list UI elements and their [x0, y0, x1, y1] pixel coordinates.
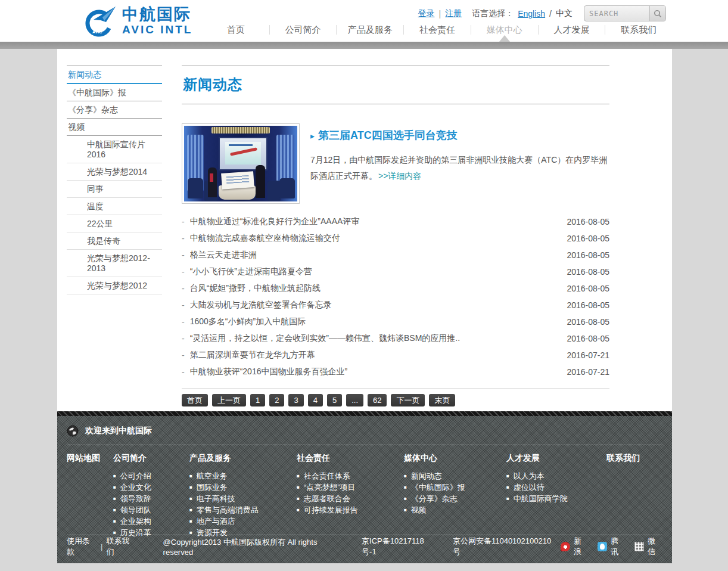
language-english-link[interactable]: English	[518, 9, 545, 18]
sidebar-item-link[interactable]: 新闻动态	[67, 66, 162, 83]
news-title-link[interactable]: “灵活运用，持之以恒，定会收到实效”——赖伟宣、魏炜谈BSM的应用推..	[190, 333, 564, 344]
sidebar-item-link[interactable]: 《中航国际》报	[67, 84, 162, 101]
nav-item[interactable]: 公司简介	[269, 25, 337, 35]
nav-item[interactable]: 首页	[203, 25, 269, 35]
nav-item[interactable]: 人才发展	[538, 25, 605, 35]
footer-link[interactable]: 中航国际商学院	[514, 494, 568, 503]
login-link[interactable]: 登录	[418, 8, 435, 19]
featured-article-image[interactable]	[182, 123, 300, 204]
featured-article-title[interactable]: ▸第三届ATC四国选手同台竞技	[310, 128, 609, 142]
logo[interactable]: AVIC 中航国际 AVIC INTL	[85, 5, 192, 37]
featured-article-excerpt: 7月12日，由中航国际发起并资助的第三届非洲职业技能大赛（ATC）在内罗毕洲际酒…	[310, 152, 609, 184]
terms-link[interactable]: 使用条款	[67, 536, 97, 557]
news-title-link[interactable]: 格兰云天走进非洲	[190, 250, 564, 260]
sidebar-item-link[interactable]: 同事	[67, 181, 162, 197]
news-title-link[interactable]: 中航物流完成嘉泰航空座椅物流运输交付	[190, 233, 564, 244]
pagination-button[interactable]: 2	[269, 394, 284, 406]
news-date: 2016-08-05	[564, 234, 609, 243]
footer-column-title[interactable]: 产品及服务	[189, 453, 231, 464]
footer-column-title[interactable]: 社会责任	[297, 453, 330, 464]
sidebar-item-link[interactable]: 温度	[67, 198, 162, 215]
footer-link[interactable]: 领导致辞	[120, 494, 151, 503]
pagination-button[interactable]: 下一页	[391, 394, 425, 406]
footer-link[interactable]: 国际业务	[197, 483, 228, 492]
sidebar-item-link[interactable]: 中航国际宣传片2016	[67, 136, 162, 163]
pagination-button[interactable]: 62	[368, 394, 387, 406]
sidebar-item-link[interactable]: 视频	[67, 119, 162, 135]
square-bullet-icon: ■	[297, 473, 300, 479]
language-chinese-link[interactable]: 中文	[556, 8, 573, 19]
search-button[interactable]	[649, 6, 665, 21]
footer-link[interactable]: 企业文化	[120, 483, 151, 492]
pagination-button[interactable]: 上一页	[212, 394, 246, 406]
footer-link[interactable]: 企业架构	[120, 517, 151, 526]
news-row: - 中航物流完成嘉泰航空座椅物流运输交付 2016-08-05	[182, 230, 609, 247]
footer-link[interactable]: 《分享》杂志	[411, 494, 458, 503]
social-link[interactable]: 腾讯	[598, 536, 626, 557]
nav-item[interactable]: 媒体中心	[471, 25, 538, 35]
square-bullet-icon: ■	[506, 485, 509, 490]
sidebar-item-link[interactable]: 光荣与梦想2012	[67, 277, 162, 294]
footer-link[interactable]: “点亮梦想”项目	[304, 483, 356, 492]
contact-link[interactable]: 联系我们	[106, 536, 136, 557]
footer-link[interactable]: 视频	[411, 505, 427, 514]
sidebar-item-link[interactable]: 《分享》杂志	[67, 101, 162, 118]
footer-link[interactable]: 航空业务	[197, 471, 228, 480]
social-link[interactable]: 微信	[634, 536, 662, 557]
news-row: - “小小飞行侠”走进深南电路夏令营 2016-08-05	[182, 263, 609, 280]
news-title-link[interactable]: 台风“妮妲”撒野，中航物业筑起防线	[190, 283, 564, 294]
footer-link[interactable]: 公司介绍	[120, 471, 151, 480]
footer-link[interactable]: 新闻动态	[411, 471, 442, 480]
news-title-link[interactable]: 中航物业获评“2016中国物业服务百强企业”	[190, 367, 564, 377]
footer-link[interactable]: 以人为本	[514, 471, 545, 480]
footer-link[interactable]: 虚位以待	[514, 483, 545, 492]
footer-column-title[interactable]: 公司简介	[113, 453, 147, 464]
sidebar-item-link[interactable]: 我是传奇	[67, 232, 162, 249]
square-bullet-icon: ■	[404, 507, 407, 513]
register-link[interactable]: 注册	[445, 8, 462, 19]
footer-link[interactable]: 可持续发展报告	[304, 505, 358, 514]
pagination-button[interactable]: 1	[250, 394, 265, 406]
footer-welcome: 欢迎来到中航国际	[57, 416, 672, 445]
pagination-button[interactable]: 首页	[182, 394, 208, 406]
bottom-bar: 使用条款 | 联系我们 @Copyright2013 中航国际版权所有 All …	[57, 535, 672, 558]
sidebar-item-link[interactable]: 22公里	[67, 215, 162, 232]
sidebar-item-link[interactable]: 光荣与梦想2014	[67, 163, 162, 180]
footer-link[interactable]: 地产与酒店	[197, 517, 235, 526]
news-title-link[interactable]: 1600多名“小鲜肉”加入中航国际	[190, 316, 564, 327]
news-title-link[interactable]: 中航物业通过“标准化良好行为企业”AAAA评审	[190, 216, 564, 227]
dash-bullet: -	[182, 334, 185, 343]
footer-column-title[interactable]: 人才发展	[506, 453, 540, 464]
sidebar-item: 视频	[67, 119, 162, 136]
footer-column: 社会责任 ■社会责任体系 ■“点亮梦想”项目 ■志愿者联合会 ■可持续发展报告	[297, 452, 404, 535]
footer-link[interactable]: 电子高科技	[197, 494, 235, 503]
read-more-link[interactable]: >>详细内容	[378, 171, 421, 181]
pagination-button[interactable]: ...	[346, 394, 363, 406]
nav-item[interactable]: 社会责任	[403, 25, 471, 35]
footer-link[interactable]: 领导团队	[120, 505, 151, 514]
nav-item[interactable]: 联系我们	[605, 25, 672, 35]
footer-link[interactable]: 志愿者联合会	[304, 494, 350, 503]
pagination-button[interactable]: 3	[288, 394, 303, 406]
footer-link[interactable]: 《中航国际》报	[411, 483, 465, 492]
news-title-link[interactable]: 第二届深圳童耍节在龙华九方开幕	[190, 350, 564, 361]
footer-link[interactable]: 零售与高端消费品	[197, 505, 259, 514]
news-title-link[interactable]: “小小飞行侠”走进深南电路夏令营	[190, 266, 564, 277]
footer-link-item: ■地产与酒店	[189, 516, 297, 527]
pagination-button[interactable]: 末页	[429, 394, 455, 406]
sidebar-item: 中航国际宣传片2016	[67, 136, 162, 163]
footer-link[interactable]: 资源开发	[197, 528, 228, 537]
social-label: 腾讯	[611, 536, 626, 557]
main-nav: 首页 公司简介 产品及服务 社会责任 媒体中心 人才发展 联系我们	[203, 22, 672, 38]
pagination-button[interactable]: 5	[327, 394, 342, 406]
footer-link[interactable]: 社会责任体系	[304, 471, 350, 480]
search-input[interactable]	[584, 6, 649, 21]
nav-item[interactable]: 产品及服务	[336, 25, 403, 35]
sidebar-item-link[interactable]: 光荣与梦想2012-2013	[67, 250, 162, 277]
news-title-link[interactable]: 大陆发动机与龙浩航空签署合作备忘录	[190, 300, 564, 311]
social-link[interactable]: 新浪	[561, 536, 589, 557]
footer-column-title[interactable]: 联系我们	[606, 453, 640, 464]
footer-column-title[interactable]: 媒体中心	[404, 453, 437, 464]
footer-column-title[interactable]: 网站地图	[67, 453, 100, 464]
pagination-button[interactable]: 4	[308, 394, 323, 406]
